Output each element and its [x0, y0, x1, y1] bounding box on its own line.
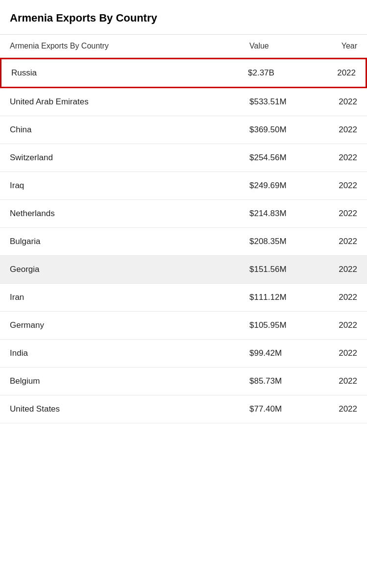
table-header: Armenia Exports By Country Value Year [0, 34, 367, 58]
cell-year: 2022 [318, 153, 357, 163]
header-year: Year [318, 42, 357, 50]
cell-country: Switzerland [10, 153, 249, 163]
cell-year: 2022 [318, 376, 357, 386]
page-container: Armenia Exports By Country Armenia Expor… [0, 0, 367, 423]
cell-value: $2.37B [248, 68, 317, 78]
table-row: Russia$2.37B2022 [0, 58, 367, 88]
page-title: Armenia Exports By Country [0, 12, 367, 34]
cell-value: $77.40M [249, 404, 318, 414]
cell-country: United States [10, 404, 249, 414]
table-row: Germany$105.95M2022 [0, 312, 367, 340]
cell-year: 2022 [318, 265, 357, 274]
cell-year: 2022 [317, 68, 356, 78]
cell-country: Iran [10, 293, 249, 302]
cell-country: Netherlands [10, 209, 249, 219]
cell-country: United Arab Emirates [10, 97, 249, 107]
table-row: China$369.50M2022 [0, 116, 367, 144]
table-row: United Arab Emirates$533.51M2022 [0, 88, 367, 116]
cell-country: Georgia [10, 265, 249, 274]
cell-value: $214.83M [249, 209, 318, 219]
cell-value: $151.56M [249, 265, 318, 274]
cell-year: 2022 [318, 97, 357, 107]
table-body: Russia$2.37B2022United Arab Emirates$533… [0, 58, 367, 423]
cell-value: $208.35M [249, 237, 318, 246]
cell-country: Germany [10, 320, 249, 330]
cell-year: 2022 [318, 125, 357, 135]
cell-year: 2022 [318, 348, 357, 358]
cell-year: 2022 [318, 209, 357, 219]
table-row: Bulgaria$208.35M2022 [0, 228, 367, 256]
cell-year: 2022 [318, 237, 357, 246]
header-value: Value [249, 42, 318, 50]
cell-value: $533.51M [249, 97, 318, 107]
cell-year: 2022 [318, 320, 357, 330]
cell-value: $99.42M [249, 348, 318, 358]
cell-country: India [10, 348, 249, 358]
cell-value: $254.56M [249, 153, 318, 163]
cell-value: $111.12M [249, 293, 318, 302]
data-table: Armenia Exports By Country Value Year Ru… [0, 34, 367, 423]
cell-country: Russia [11, 68, 248, 78]
header-country: Armenia Exports By Country [10, 42, 249, 50]
table-row: Belgium$85.73M2022 [0, 368, 367, 395]
table-row: Georgia$151.56M2022 [0, 256, 367, 284]
cell-value: $85.73M [249, 376, 318, 386]
cell-value: $105.95M [249, 320, 318, 330]
cell-country: Belgium [10, 376, 249, 386]
table-row: Switzerland$254.56M2022 [0, 144, 367, 172]
table-row: India$99.42M2022 [0, 340, 367, 368]
table-row: Iran$111.12M2022 [0, 284, 367, 312]
table-row: Iraq$249.69M2022 [0, 172, 367, 200]
cell-year: 2022 [318, 404, 357, 414]
table-row: Netherlands$214.83M2022 [0, 200, 367, 228]
cell-country: Bulgaria [10, 237, 249, 246]
table-row: United States$77.40M2022 [0, 395, 367, 423]
cell-value: $249.69M [249, 181, 318, 191]
cell-year: 2022 [318, 181, 357, 191]
cell-country: China [10, 125, 249, 135]
cell-value: $369.50M [249, 125, 318, 135]
cell-year: 2022 [318, 293, 357, 302]
cell-country: Iraq [10, 181, 249, 191]
